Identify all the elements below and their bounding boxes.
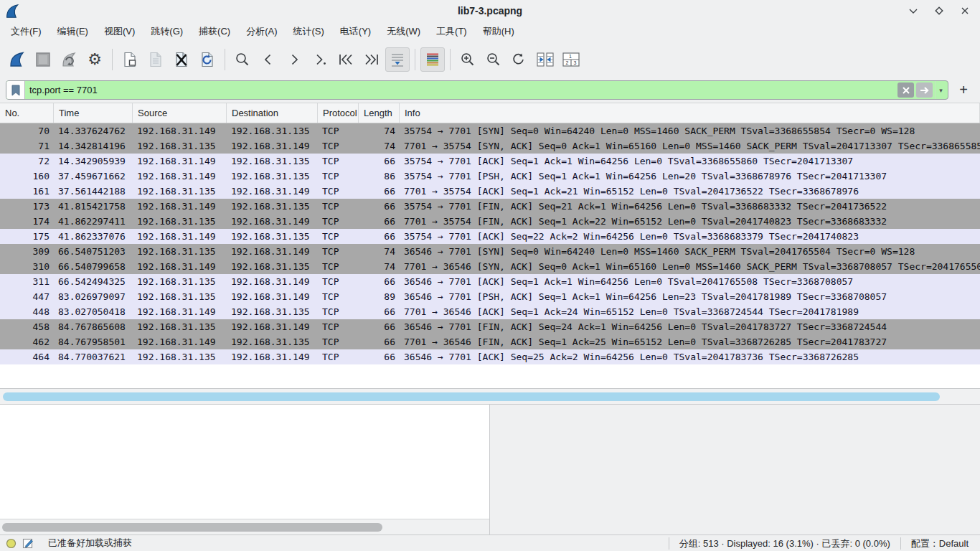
- menu-item[interactable]: 视图(V): [96, 22, 143, 41]
- reload-file-button[interactable]: [195, 47, 220, 72]
- packet-cell-destination: 192.168.31.135: [227, 259, 318, 274]
- packet-row[interactable]: 160 37.459671662 192.168.31.149 192.168.…: [0, 169, 980, 184]
- start-capture-button[interactable]: [5, 47, 29, 72]
- hscrollbar-thumb[interactable]: [3, 392, 940, 401]
- bookmark-icon: [11, 85, 21, 96]
- resize-columns-button[interactable]: [533, 47, 557, 72]
- packet-row[interactable]: 173 41.815421758 192.168.31.149 192.168.…: [0, 199, 980, 214]
- menu-item[interactable]: 跳转(G): [143, 22, 191, 41]
- column-header-no[interactable]: No.: [0, 103, 54, 123]
- packet-cell-info: 35754 → 7701 [SYN] Seq=0 Win=64240 Len=0…: [400, 123, 980, 138]
- packet-cell-length: 66: [359, 304, 400, 319]
- packet-row[interactable]: 71 14.342814196 192.168.31.135 192.168.3…: [0, 138, 980, 154]
- packet-cell-destination: 192.168.31.149: [227, 214, 318, 229]
- packet-row[interactable]: 309 66.540751203 192.168.31.135 192.168.…: [0, 244, 980, 259]
- capture-options-button[interactable]: ⚙: [83, 47, 107, 72]
- menu-item[interactable]: 文件(F): [3, 22, 50, 41]
- packet-cell-destination: 192.168.31.135: [227, 169, 318, 184]
- column-header-source[interactable]: Source: [133, 103, 227, 123]
- reload-file-icon: [199, 51, 216, 68]
- go-to-packet-button[interactable]: [308, 47, 332, 72]
- packet-cell-protocol: TCP: [318, 349, 359, 364]
- menu-item[interactable]: 电话(Y): [332, 22, 379, 41]
- profile-text[interactable]: 配置：Default: [900, 537, 979, 550]
- packet-cell-source: 192.168.31.135: [133, 289, 227, 304]
- layout-icon: 123: [562, 51, 580, 68]
- capture-comment-icon[interactable]: [22, 537, 34, 549]
- zoom-reset-button[interactable]: [507, 47, 532, 72]
- packet-cell-protocol: TCP: [318, 319, 359, 334]
- go-back-button[interactable]: [256, 47, 281, 72]
- save-file-button[interactable]: [143, 47, 168, 72]
- packet-cell-destination: 192.168.31.135: [227, 199, 318, 214]
- restart-capture-button[interactable]: [57, 47, 81, 72]
- packet-row[interactable]: 310 66.540799658 192.168.31.149 192.168.…: [0, 259, 980, 274]
- packet-cell-length: 66: [359, 274, 400, 289]
- packet-row[interactable]: 462 84.767958501 192.168.31.149 192.168.…: [0, 334, 980, 349]
- packet-cell-protocol: TCP: [318, 199, 359, 214]
- display-filter-input[interactable]: tcp.port == 7701 ▾: [6, 80, 948, 100]
- expert-info-icon[interactable]: [6, 538, 17, 549]
- packet-row[interactable]: 458 84.767865608 192.168.31.135 192.168.…: [0, 319, 980, 334]
- packet-row[interactable]: 447 83.026979097 192.168.31.135 192.168.…: [0, 289, 980, 304]
- packet-row[interactable]: 311 66.542494325 192.168.31.135 192.168.…: [0, 274, 980, 289]
- packet-cell-time: 84.767865608: [54, 319, 133, 334]
- filter-bookmark-button[interactable]: [6, 81, 25, 99]
- packet-counts-text: 分组: 513 · Displayed: 16 (3.1%) · 已丢弃: 0 …: [669, 537, 900, 550]
- packet-row[interactable]: 70 14.337624762 192.168.31.149 192.168.3…: [0, 123, 980, 138]
- gear-icon: ⚙: [88, 52, 102, 67]
- colorize-button[interactable]: [420, 47, 445, 72]
- close-file-button[interactable]: [169, 47, 194, 72]
- open-file-icon: [121, 51, 138, 68]
- column-header-length[interactable]: Length: [359, 103, 400, 123]
- menu-item[interactable]: 编辑(E): [50, 22, 96, 41]
- filter-expression[interactable]: tcp.port == 7701: [25, 85, 897, 95]
- packet-row[interactable]: 464 84.770037621 192.168.31.135 192.168.…: [0, 349, 980, 364]
- menu-item[interactable]: 分析(A): [238, 22, 285, 41]
- column-header-protocol[interactable]: Protocol: [318, 103, 359, 123]
- minimize-icon[interactable]: [905, 3, 921, 19]
- menu-item[interactable]: 统计(S): [285, 22, 331, 41]
- maximize-icon[interactable]: [931, 3, 947, 19]
- go-last-button[interactable]: [359, 47, 384, 72]
- apply-arrow-icon: [920, 86, 930, 95]
- details-hscrollbar-thumb[interactable]: [2, 523, 382, 532]
- filter-dropdown-caret[interactable]: ▾: [935, 81, 946, 99]
- find-packet-button[interactable]: [230, 47, 255, 72]
- packet-row[interactable]: 175 41.862337076 192.168.31.149 192.168.…: [0, 229, 980, 244]
- packet-row[interactable]: 174 41.862297411 192.168.31.135 192.168.…: [0, 214, 980, 229]
- packet-row[interactable]: 161 37.561442188 192.168.31.135 192.168.…: [0, 184, 980, 199]
- packet-row[interactable]: 72 14.342905939 192.168.31.149 192.168.3…: [0, 154, 980, 169]
- packet-cell-source: 192.168.31.135: [133, 138, 227, 154]
- packet-cell-length: 74: [359, 138, 400, 154]
- menu-item[interactable]: 无线(W): [379, 22, 428, 41]
- zoom-out-button[interactable]: [481, 47, 506, 72]
- packet-cell-protocol: TCP: [318, 169, 359, 184]
- filter-add-button[interactable]: +: [953, 80, 974, 101]
- go-first-button[interactable]: [334, 47, 358, 72]
- column-header-destination[interactable]: Destination: [227, 103, 318, 123]
- auto-scroll-button[interactable]: [385, 47, 410, 72]
- packet-list-hscrollbar: [0, 388, 980, 404]
- go-forward-button[interactable]: [282, 47, 306, 72]
- column-header-time[interactable]: Time: [54, 103, 133, 123]
- column-header-info[interactable]: Info: [400, 103, 980, 123]
- packet-cell-destination: 192.168.31.149: [227, 138, 318, 154]
- menu-item[interactable]: 捕获(C): [191, 22, 238, 41]
- filter-clear-button[interactable]: [897, 83, 914, 98]
- filter-apply-button[interactable]: [916, 83, 933, 98]
- open-file-button[interactable]: [118, 47, 142, 72]
- layout-chooser-button[interactable]: 123: [559, 47, 583, 72]
- menu-item[interactable]: 工具(T): [428, 22, 475, 41]
- statusbar: 已准备好加载或捕获 分组: 513 · Displayed: 16 (3.1%)…: [0, 534, 980, 551]
- stop-capture-button[interactable]: [31, 47, 55, 72]
- packet-cell-no: 161: [0, 184, 54, 199]
- arrow-left-icon: [260, 51, 277, 68]
- packet-cell-no: 71: [0, 138, 54, 154]
- save-file-icon: [147, 51, 164, 68]
- packet-cell-time: 66.542494325: [54, 274, 133, 289]
- zoom-in-button[interactable]: [456, 47, 480, 72]
- menu-item[interactable]: 帮助(H): [475, 22, 522, 41]
- close-icon[interactable]: [957, 3, 973, 19]
- packet-row[interactable]: 448 83.027050418 192.168.31.149 192.168.…: [0, 304, 980, 319]
